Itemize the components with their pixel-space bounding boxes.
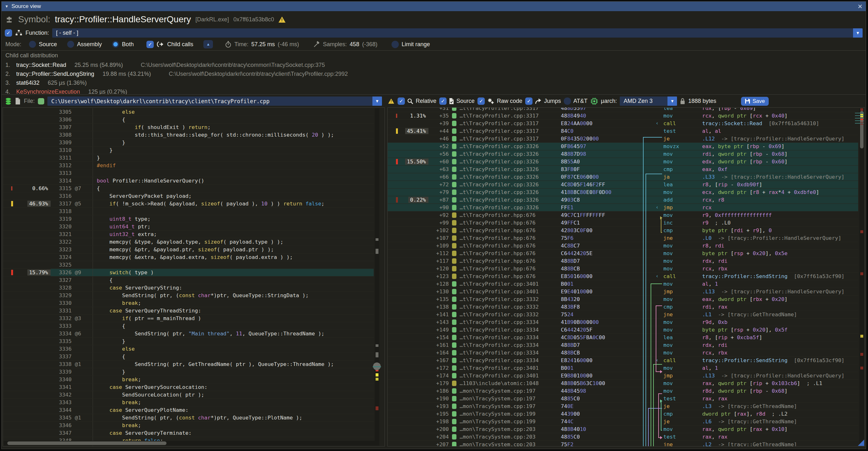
source-line[interactable]: 3336 else [3,345,374,353]
assembly-row[interactable]: +99…t\TracyProfiler.hpp:67649FFC1incr9 ;… [388,219,858,227]
source-line[interactable]: 3313 [3,170,374,177]
source-line[interactable]: 46.93%3317@5 if( !m_sock->Read( &payload… [3,200,374,208]
source-line[interactable]: 3329 SendString( ptr, (const char*)ptr, … [3,292,374,299]
asm-file-line[interactable]: …t\TracyProfiler.hpp:676 [460,242,561,249]
assembly-row[interactable]: +198…mon\TracySystem.cpp:199744Cje.L6 ->… [388,418,858,425]
uarch-combo[interactable]: AMD Zen 3 ▼ [620,96,677,106]
source-line[interactable]: 3327 { [3,276,374,284]
asm-file-line[interactable]: …mon\TracySystem.cpp:203 [460,441,561,447]
source-line[interactable]: 3316 ServerQueryPacket payload; [3,192,374,200]
assembly-row[interactable]: +66…t\TracyProfiler.cpp:33260F87CE060000… [388,173,858,181]
assembly-row[interactable]: 0.22%+87…t\TracyProfiler.cpp:33264903C8a… [388,196,858,204]
source-line[interactable]: 3338@1 SendString( ptr, GetThreadName( p… [3,361,374,368]
assembly-row[interactable]: +167…t\TracyProfiler.cpp:3334E824160000‹… [388,357,858,364]
source-line[interactable]: 3314bool Profiler::HandleServerQuery() [3,177,374,185]
assembly-row[interactable]: +128…t\TracyProfiler.cpp:3401B001moval, … [388,280,858,288]
asm-file-line[interactable]: …t\TracyProfiler.cpp:3334 [460,341,561,349]
relative-checkbox[interactable]: ✓ [398,97,405,105]
source-line[interactable]: 3320 uint64_t ptr; [3,223,374,231]
resize-grip[interactable] [858,440,864,446]
assembly-row[interactable]: +39…t\TracyProfiler.cpp:3317E824AA0000‹c… [388,120,858,127]
asm-file-line[interactable]: …t\TracyProfiler.cpp:3326 [460,143,561,150]
assembly-row[interactable]: 1.31%+35…t\TracyProfiler.cpp:3317488B494… [388,112,858,120]
asm-file-line[interactable]: …t\TracyProfiler.cpp:3401 [460,288,561,295]
assembly-row[interactable]: +72…t\TracyProfiler.cpp:33264C8D05F146F2… [388,181,858,188]
asm-file-line[interactable]: …t\TracyProfiler.cpp:3332 [460,303,561,310]
assembly-row[interactable]: +149…t\TracyProfiler.cpp:3334C64424205Fm… [388,326,858,334]
asm-file-line[interactable]: …t\TracyProfiler.cpp:3326 [460,204,561,211]
asm-file-line[interactable]: …t\TracyProfiler.cpp:3326 [460,188,561,196]
source-line[interactable]: 3335 } [3,338,374,345]
source-line[interactable]: 3330 break; [3,299,374,307]
asm-file-line[interactable]: …t\TracyProfiler.cpp:3401 [460,364,561,372]
function-combo-arrow-icon[interactable]: ▼ [853,28,863,38]
assembly-row[interactable]: +174…t\TracyProfiler.cpp:3401E9B8010000j… [388,372,858,380]
source-line[interactable]: 3312#endif [3,162,374,170]
asm-file-line[interactable]: …t\TracyProfiler.cpp:3326 [460,173,561,181]
assembly-row[interactable]: +207…mon\TracySystem.cpp:20375F2jne.L2 -… [388,441,858,447]
source-line[interactable]: 3332@3 if( ptr == m_mainThread ) [3,315,374,322]
source-line[interactable]: 3340 break; [3,376,374,384]
source-line[interactable]: 3333 { [3,322,374,330]
assembly-row[interactable]: +117…t\TracyProfiler.hpp:676488BD7movrdx… [388,257,858,265]
uarch-combo-arrow-icon[interactable]: ▼ [668,96,677,106]
child-call-row[interactable]: 1.tracy::Socket::Read25.25 ms (54.89%)C:… [5,61,862,69]
file-combo-arrow-icon[interactable]: ▼ [372,96,382,106]
source-line[interactable]: 3344 case ServerQueryPlotName: [3,407,374,414]
source-line[interactable]: 3306 { [3,116,374,124]
asm-file-line[interactable]: …t\TracyProfiler.hpp:676 [460,257,561,265]
assembly-row[interactable]: +120…t\TracyProfiler.hpp:676488BCBmovrcx… [388,265,858,273]
source-line[interactable]: 3307 if( shouldExit ) return; [3,124,374,131]
assembly-row[interactable]: +63…t\TracyProfiler.cpp:332683F80Fcmpeax… [388,166,858,173]
asm-file-line[interactable]: …t\TracyProfiler.cpp:3317 [460,112,561,119]
asm-file-line[interactable]: …t\TracyProfiler.hpp:676 [460,227,561,234]
assembly-row[interactable]: +52…t\TracyProfiler.cpp:33260FB64597movz… [388,143,858,150]
asm-file-line[interactable]: …t\TracyProfiler.cpp:3334 [460,357,561,364]
source-checkbox[interactable]: ✓ [439,97,446,105]
assembly-row[interactable]: +154…t\TracyProfiler.cpp:33344C8D055FBA0… [388,334,858,341]
mode-radio-source[interactable] [29,41,36,48]
asm-file-line[interactable]: …1103\include\atomic:1048 [460,380,561,387]
asm-file-line[interactable]: …t\TracyProfiler.cpp:3326 [460,150,561,158]
source-line[interactable]: 3318 [3,208,374,215]
assembly-row[interactable]: +123…t\TracyProfiler.hpp:676E850160000‹c… [388,273,858,280]
asm-file-line[interactable]: …mon\TracySystem.cpp:199 [460,410,561,418]
source-vertical-scrollbar[interactable] [375,108,379,446]
limit-range-checkbox[interactable]: ✓ [392,41,399,48]
title-bar[interactable]: ▼ Source view ✕ [2,2,866,11]
assembly-row[interactable]: +138…t\TracyProfiler.cpp:3332483BF8cmprd… [388,303,858,311]
asm-file-line[interactable]: …t\TracyProfiler.cpp:3334 [460,326,561,333]
child-calls-checkbox[interactable]: ✓ [147,41,154,48]
relative-toggle[interactable]: ✓ Relative [398,97,436,105]
source-line[interactable]: 3345@1 SendString( ptr, (const char*)ptr… [3,414,374,422]
att-checkbox[interactable]: ✓ [564,97,571,105]
asm-file-line[interactable]: …t\TracyProfiler.hpp:676 [460,250,561,257]
child-call-row[interactable]: 2.tracy::Profiler::SendLongString19.88 m… [5,69,862,78]
asm-file-line[interactable]: …t\TracyProfiler.hpp:676 [460,273,561,280]
assembly-row[interactable]: +193…mon\TracySystem.cpp:197740Eje.L3 ->… [388,402,858,410]
asm-file-line[interactable]: …t\TracyProfiler.cpp:3334 [460,319,561,326]
collapse-triangle-icon[interactable]: ▼ [5,4,9,9]
source-line[interactable]: 3325 [3,261,374,269]
asm-file-line[interactable]: …t\TracyProfiler.hpp:676 [460,265,561,272]
asm-file-line[interactable]: …mon\TracySystem.cpp:203 [460,425,561,433]
asm-file-line[interactable]: …t\TracyProfiler.cpp:3326 [460,158,561,165]
asm-file-line[interactable]: …t\TracyProfiler.cpp:3401 [460,372,561,379]
mode-option-assembly[interactable]: Assembly [77,41,102,48]
assembly-row[interactable]: +107…t\TracyProfiler.hpp:67675F6jne.L0 -… [388,234,858,242]
source-line[interactable]: 3324 memcpy( &extra, &payload.extra, siz… [3,253,374,261]
source-line[interactable]: 3321 uint32_t extra; [3,231,374,238]
asm-file-line[interactable]: …t\TracyProfiler.cpp:3401 [460,280,561,288]
source-line[interactable]: 3347 case ServerQueryTerminate: [3,429,374,437]
assembly-row[interactable]: +143…t\TracyProfiler.cpp:333441B90B00000… [388,319,858,326]
limit-range-label[interactable]: Limit range [402,41,430,48]
assembly-row[interactable]: +164…t\TracyProfiler.cpp:3334488BCBmovrc… [388,349,858,357]
assembly-row[interactable]: +172…t\TracyProfiler.cpp:3401B001moval, … [388,364,858,372]
close-icon[interactable]: ✕ [858,3,863,10]
asm-file-line[interactable]: …t\TracyProfiler.cpp:3317 [460,135,561,142]
source-horizontal-scrollbar[interactable] [3,441,378,446]
source-line[interactable]: 15.79%3326@9 switch( type ) [3,269,374,276]
asm-file-line[interactable]: …t\TracyProfiler.cpp:3326 [460,196,561,204]
asm-file-line[interactable]: …t\TracyProfiler.cpp:3334 [460,334,561,341]
asm-file-line[interactable]: …mon\TracySystem.cpp:197 [460,395,561,402]
